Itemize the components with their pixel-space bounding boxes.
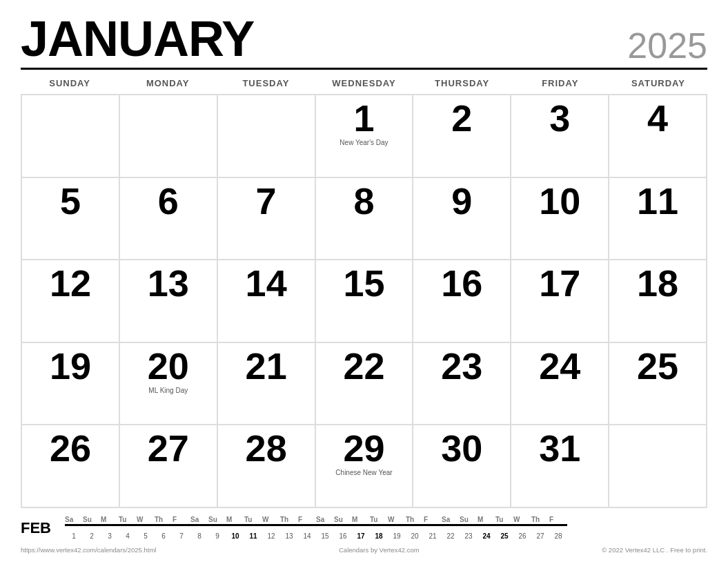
day-number: 29	[343, 429, 384, 467]
mini-day-cell: 18	[370, 532, 388, 541]
day-number: 7	[256, 182, 277, 220]
calendar-cell	[120, 95, 218, 178]
day-number: 3	[549, 99, 570, 137]
day-number: 5	[60, 182, 81, 220]
mini-day-cell: 14	[298, 532, 316, 541]
day-number: 2	[451, 99, 472, 137]
month-title: JANUARY	[21, 14, 254, 64]
holiday-label: ML King Day	[148, 386, 188, 395]
mini-header-cell: Tu	[495, 515, 513, 526]
day-number: 26	[50, 429, 91, 467]
day-header: WEDNESDAY	[315, 75, 413, 91]
footer-right: © 2022 Vertex42 LLC . Free to print.	[602, 546, 707, 554]
mini-header-cell: Sa	[190, 515, 208, 526]
day-number: 8	[353, 182, 374, 220]
calendar-cell: 12	[22, 260, 120, 343]
mini-header-cell: F	[549, 515, 567, 526]
calendar-cell	[218, 95, 316, 178]
calendar-cell: 3	[511, 95, 609, 178]
mini-header-row: SaSuMTuWThFSaSuMTuWThFSaSuMTuWThFSaSuMTu…	[65, 515, 567, 532]
day-number: 22	[343, 347, 384, 385]
mini-day-cell: 11	[244, 532, 262, 541]
mini-header-cell: Su	[83, 515, 101, 526]
mini-day-cell: 19	[388, 532, 406, 541]
mini-calendar-section: FEB SaSuMTuWThFSaSuMTuWThFSaSuMTuWThFSaS…	[21, 508, 707, 543]
calendar-cell: 10	[511, 178, 609, 261]
mini-header-cell: Th	[531, 515, 549, 526]
mini-day-cell: 9	[208, 532, 226, 541]
calendar-cell: 22	[316, 343, 414, 426]
mini-day-cell: 23	[460, 532, 478, 541]
day-number: 27	[148, 429, 189, 467]
mini-header-cell: Tu	[119, 515, 137, 526]
footer: https://www.vertex42.com/calendars/2025.…	[21, 543, 707, 555]
calendar-cell: 11	[609, 178, 707, 261]
day-header: SUNDAY	[21, 75, 119, 91]
mini-header-cell: W	[513, 515, 531, 526]
footer-url: https://www.vertex42.com/calendars/2025.…	[21, 546, 156, 554]
mini-header-cell: Th	[406, 515, 424, 526]
calendar-cell	[22, 95, 120, 178]
mini-header-cell: M	[478, 515, 495, 526]
day-header: FRIDAY	[511, 75, 609, 91]
calendar-cell: 28	[218, 425, 316, 508]
calendar-cell: 30	[413, 425, 511, 508]
mini-day-cell: 28	[549, 532, 567, 541]
mini-day-cell: 6	[155, 532, 173, 541]
day-number: 28	[246, 429, 287, 467]
day-number: 16	[441, 264, 482, 302]
mini-header-cell: M	[101, 515, 119, 526]
mini-day-cell: 4	[119, 532, 137, 541]
day-number: 31	[539, 429, 580, 467]
mini-days-row: 1234567891011121314151617181920212223242…	[65, 532, 567, 541]
mini-header-cell: Su	[334, 515, 352, 526]
day-number: 25	[637, 347, 678, 385]
calendar-cell: 14	[218, 260, 316, 343]
mini-header-cell: M	[352, 515, 370, 526]
day-header: TUESDAY	[217, 75, 315, 91]
day-number: 9	[451, 182, 472, 220]
calendar-cell: 5	[22, 178, 120, 261]
calendar-cell: 23	[413, 343, 511, 426]
mini-day-cell: 10	[226, 532, 244, 541]
day-number: 24	[539, 347, 580, 385]
day-header: SATURDAY	[609, 75, 707, 91]
day-number: 1	[353, 99, 374, 137]
mini-day-cell: 13	[280, 532, 298, 541]
calendar-cell: 20ML King Day	[120, 343, 218, 426]
mini-day-cell: 26	[513, 532, 531, 541]
calendar-cell: 17	[511, 260, 609, 343]
mini-day-cell: 12	[262, 532, 280, 541]
mini-day-cell: 15	[316, 532, 334, 541]
day-header: MONDAY	[119, 75, 217, 91]
calendar-page: JANUARY 2025 SUNDAYMONDAYTUESDAYWEDNESDA…	[0, 0, 728, 562]
calendar-cell	[609, 425, 707, 508]
mini-header-cell: Th	[155, 515, 173, 526]
mini-header-cell: Su	[460, 515, 478, 526]
day-number: 20	[148, 347, 189, 385]
mini-header-cell: Su	[208, 515, 226, 526]
day-number: 13	[148, 264, 189, 302]
mini-header-cell: Th	[280, 515, 298, 526]
year-title: 2025	[627, 28, 707, 64]
mini-day-cell: 3	[101, 532, 119, 541]
mini-header-cell: Sa	[65, 515, 83, 526]
calendar-cell: 4	[609, 95, 707, 178]
mini-header-cell: F	[298, 515, 316, 526]
calendar-header: JANUARY 2025	[21, 14, 707, 70]
mini-header-cell: M	[226, 515, 244, 526]
holiday-label: Chinese New Year	[335, 468, 392, 477]
mini-day-cell: 1	[65, 532, 83, 541]
calendar-cell: 26	[22, 425, 120, 508]
day-header: THURSDAY	[413, 75, 511, 91]
mini-header-cell: W	[137, 515, 155, 526]
mini-day-cell: 20	[406, 532, 424, 541]
day-number: 10	[539, 182, 580, 220]
calendar-cell: 2	[413, 95, 511, 178]
mini-day-cell: 22	[442, 532, 460, 541]
footer-center: Calendars by Vertex42.com	[339, 546, 420, 554]
day-number: 23	[441, 347, 482, 385]
mini-day-cell: 2	[83, 532, 101, 541]
mini-day-cell: 5	[137, 532, 155, 541]
day-number: 18	[637, 264, 678, 302]
